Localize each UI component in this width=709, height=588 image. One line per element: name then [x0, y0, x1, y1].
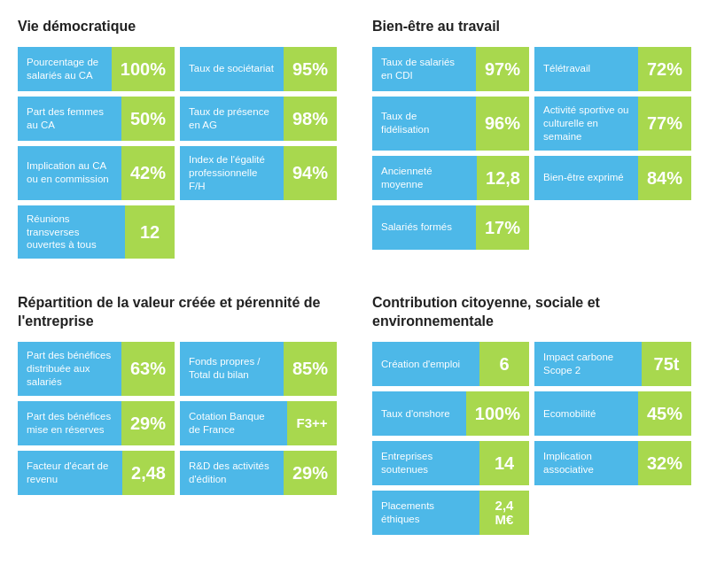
metric-card: Index de l'égalité professionnelle F/H94… [180, 146, 337, 200]
metric-value: 95% [284, 47, 337, 91]
metric-card: Implication associative32% [534, 441, 691, 485]
metric-card: Taux de sociétariat95% [180, 47, 337, 91]
metric-label: Index de l'égalité professionnelle F/H [180, 146, 284, 200]
metric-card: Ancienneté moyenne12,8 [372, 156, 529, 200]
metric-value: 50% [121, 97, 175, 141]
metric-value: 12 [125, 205, 175, 259]
metric-card: Cotation Banque de FranceF3++ [180, 401, 337, 445]
metric-value: 42% [121, 146, 175, 200]
metric-value: 29% [284, 451, 337, 495]
metric-card: Implication au CA ou en commission42% [18, 146, 175, 200]
metric-label: Implication associative [534, 441, 638, 485]
metric-label: Taux de salariés en CDI [372, 47, 476, 91]
metric-label: Bien-être exprimé [534, 156, 638, 200]
metric-card: Fonds propres / Total du bilan85% [180, 342, 337, 396]
metrics-grid: Part des bénéfices distribuée aux salari… [18, 342, 337, 495]
metric-label: Création d'emploi [372, 342, 479, 386]
metric-card: Part des bénéfices mise en réserves29% [18, 401, 175, 445]
metric-value: 85% [284, 342, 337, 396]
metric-card: Entreprises soutenues14 [372, 441, 529, 485]
section-title: Répartition de la valeur créée et pérenn… [18, 294, 337, 331]
section-vie-democratique: Vie démocratiquePourcentage de salariés … [18, 18, 337, 259]
metric-label: Part des bénéfices mise en réserves [18, 401, 121, 445]
metric-label: Placements éthiques [372, 491, 479, 535]
metric-card: Création d'emploi6 [372, 342, 529, 386]
metric-label: Pourcentage de salariés au CA [18, 47, 112, 91]
metric-label: Activité sportive ou culturelle en semai… [534, 97, 638, 151]
metrics-grid: Taux de salariés en CDI97%Télétravail72%… [372, 47, 691, 250]
metric-card: Taux de fidélisation96% [372, 97, 529, 151]
metric-label: Ancienneté moyenne [372, 156, 477, 200]
metric-card: Taux d'onshore100% [372, 391, 529, 436]
metric-label: Implication au CA ou en commission [18, 146, 121, 200]
metric-value: 96% [476, 97, 529, 151]
metric-value: 98% [284, 97, 337, 141]
section-repartition: Répartition de la valeur créée et pérenn… [18, 294, 337, 535]
metric-card: Taux de salariés en CDI97% [372, 47, 529, 91]
metric-label: Fonds propres / Total du bilan [180, 342, 284, 396]
metric-value: 14 [479, 441, 529, 485]
metric-value: 32% [638, 441, 691, 485]
metric-label: Ecomobilité [534, 391, 638, 436]
metric-value: 17% [476, 205, 529, 250]
metric-label: Part des bénéfices distribuée aux salari… [18, 342, 121, 396]
metric-value: 72% [638, 47, 691, 91]
metric-label: Taux de fidélisation [372, 97, 476, 151]
metric-label: R&D des activités d'édition [180, 451, 284, 495]
metric-value: 77% [638, 97, 691, 151]
metric-label: Facteur d'écart de revenu [18, 451, 122, 495]
metric-label: Impact carbone Scope 2 [534, 342, 642, 386]
metrics-grid: Pourcentage de salariés au CA100%Taux de… [18, 47, 337, 259]
metric-label: Télétravail [534, 47, 638, 91]
section-title: Contribution citoyenne, sociale et envir… [372, 294, 691, 331]
section-bien-etre: Bien-être au travailTaux de salariés en … [372, 18, 691, 259]
metric-value: 94% [284, 146, 337, 200]
metric-card: Taux de présence en AG98% [180, 97, 337, 141]
metric-value: F3++ [287, 401, 337, 445]
metric-value: 29% [121, 401, 175, 445]
metric-label: Réunions transverses ouvertes à tous [18, 205, 125, 259]
metric-card: R&D des activités d'édition29% [180, 451, 337, 495]
metric-label: Taux d'onshore [372, 391, 466, 436]
metric-card: Part des femmes au CA50% [18, 97, 175, 141]
metric-label: Salariés formés [372, 205, 476, 250]
metric-value: 63% [121, 342, 175, 396]
metric-card: Impact carbone Scope 275t [534, 342, 691, 386]
metric-label: Part des femmes au CA [18, 97, 121, 141]
metric-value: 97% [476, 47, 529, 91]
metric-label: Taux de sociétariat [180, 47, 284, 91]
metric-card: Salariés formés17% [372, 205, 529, 250]
metric-card: Pourcentage de salariés au CA100% [18, 47, 175, 91]
metric-card: Placements éthiques2,4 M€ [372, 491, 529, 535]
metric-card: Télétravail72% [534, 47, 691, 91]
metric-card: Activité sportive ou culturelle en semai… [534, 97, 691, 151]
metric-value: 2,4 M€ [479, 491, 529, 535]
metric-value: 12,8 [477, 156, 529, 200]
metric-card: Facteur d'écart de revenu2,48 [18, 451, 175, 495]
metrics-grid: Création d'emploi6Impact carbone Scope 2… [372, 342, 691, 535]
metric-value: 45% [638, 391, 691, 436]
section-title: Bien-être au travail [372, 18, 691, 36]
metric-value: 75t [642, 342, 691, 386]
metric-card: Ecomobilité45% [534, 391, 691, 436]
page: Vie démocratiquePourcentage de salariés … [18, 18, 691, 544]
metric-value: 100% [112, 47, 175, 91]
sections-grid: Vie démocratiquePourcentage de salariés … [18, 18, 691, 544]
metric-label: Entreprises soutenues [372, 441, 479, 485]
metric-label: Cotation Banque de France [180, 401, 287, 445]
metric-value: 2,48 [122, 451, 175, 495]
section-title: Vie démocratique [18, 18, 337, 36]
metric-label: Taux de présence en AG [180, 97, 284, 141]
metric-value: 84% [638, 156, 691, 200]
metric-card: Réunions transverses ouvertes à tous12 [18, 205, 175, 259]
metric-card: Part des bénéfices distribuée aux salari… [18, 342, 175, 396]
metric-value: 6 [479, 342, 529, 386]
section-contribution: Contribution citoyenne, sociale et envir… [372, 294, 691, 535]
metric-card: Bien-être exprimé84% [534, 156, 691, 200]
metric-value: 100% [466, 391, 529, 436]
